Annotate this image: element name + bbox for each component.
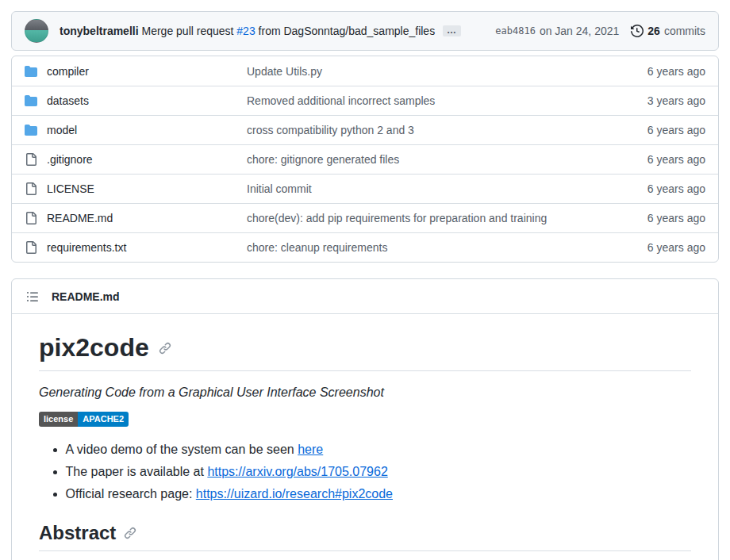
commit-count-label: commits	[664, 25, 705, 37]
file-name-link[interactable]: datasets	[47, 94, 237, 107]
abstract-heading: Abstract	[39, 522, 691, 551]
file-name-link[interactable]: .gitignore	[47, 153, 237, 166]
file-icon	[25, 212, 37, 224]
repo-page: tonybeltramelli Merge pull request #23 f…	[0, 0, 730, 560]
commit-message-prefix: Merge pull request	[141, 25, 233, 37]
row-icon-cell	[25, 124, 37, 136]
file-name-link[interactable]: compiler	[47, 65, 237, 78]
bullet-text: The paper is available at	[66, 465, 208, 478]
commit-date: on Jan 24, 2021	[540, 25, 619, 37]
commit-message-suffix: from DagSonntag/bad_sample_files	[259, 25, 436, 37]
readme-subtitle: Generating Code from a Graphical User In…	[39, 385, 691, 400]
row-icon-cell	[25, 212, 37, 224]
commit-message-link[interactable]: chore(dev): add pip requirements for pre…	[247, 212, 609, 224]
file-age: 6 years ago	[618, 241, 705, 254]
file-icon	[25, 182, 37, 195]
author-avatar[interactable]	[25, 19, 48, 43]
license-badge-value: APACHE2	[78, 412, 129, 427]
table-row: model cross compatibility python 2 and 3…	[12, 115, 718, 144]
folder-icon	[25, 94, 37, 107]
commit-meta: eab4816 on Jan 24, 2021 26 commits	[495, 25, 705, 37]
readme-title-heading: pix2code	[39, 333, 691, 371]
commit-message-link[interactable]: chore: cleanup requirements	[247, 241, 609, 254]
history-clock-icon	[631, 25, 644, 37]
file-name-link[interactable]: README.md	[47, 212, 237, 224]
file-age: 3 years ago	[618, 94, 705, 107]
file-table: compiler Update Utils.py 6 years ago dat…	[11, 56, 719, 263]
anchor-link-icon[interactable]	[159, 342, 171, 355]
file-name-link[interactable]: requirements.txt	[47, 241, 237, 254]
anchor-link-icon[interactable]	[124, 527, 136, 539]
row-icon-cell	[25, 241, 37, 254]
commit-message-link[interactable]: cross compatibility python 2 and 3	[247, 124, 609, 136]
bullet-link[interactable]: https://uizard.io/research#pix2code	[196, 487, 393, 501]
pr-number-link[interactable]: #23	[236, 25, 255, 37]
folder-icon	[25, 65, 37, 78]
abstract-heading-text: Abstract	[39, 522, 116, 544]
commit-message-link[interactable]: chore: gitignore generated files	[247, 153, 609, 166]
license-badge[interactable]: license APACHE2	[39, 412, 129, 427]
commit-message-link[interactable]: Removed additional incorrect samples	[247, 94, 609, 107]
row-icon-cell	[25, 153, 37, 166]
bullet-text: Official research page:	[66, 487, 196, 501]
readme-header: README.md	[12, 279, 718, 314]
table-row: .gitignore chore: gitignore generated fi…	[12, 144, 718, 174]
file-icon	[25, 241, 37, 254]
readme-bullet: The paper is available at https://arxiv.…	[66, 465, 691, 479]
table-row: LICENSE Initial commit 6 years ago	[12, 174, 718, 203]
file-icon	[25, 153, 37, 166]
commit-count: 26	[647, 25, 660, 37]
readme-bullet: Official research page: https://uizard.i…	[66, 487, 691, 501]
readme-filename: README.md	[52, 290, 120, 303]
file-name-link[interactable]: LICENSE	[47, 182, 237, 195]
bullet-link[interactable]: https://arxiv.org/abs/1705.07962	[207, 465, 387, 478]
list-unordered-icon[interactable]	[26, 290, 39, 303]
commit-message-expander-button[interactable]: …	[443, 25, 461, 36]
row-icon-cell	[25, 65, 37, 78]
table-row: README.md chore(dev): add pip requiremen…	[12, 203, 718, 232]
row-icon-cell	[25, 94, 37, 107]
table-row: datasets Removed additional incorrect sa…	[12, 86, 718, 115]
file-age: 6 years ago	[618, 212, 705, 224]
file-age: 6 years ago	[618, 182, 705, 195]
bullet-link[interactable]: here	[298, 443, 323, 456]
row-icon-cell	[25, 182, 37, 195]
file-name-link[interactable]: model	[47, 124, 237, 136]
commit-summary: tonybeltramelli Merge pull request #23 f…	[60, 25, 486, 37]
commit-history-link[interactable]: 26 commits	[631, 25, 705, 37]
readme-panel: README.md pix2code Generating Code from …	[11, 278, 719, 560]
author-link[interactable]: tonybeltramelli	[60, 25, 139, 37]
folder-icon	[25, 124, 37, 136]
license-badge-label: license	[39, 412, 78, 427]
commit-sha-link[interactable]: eab4816	[495, 25, 536, 36]
file-age: 6 years ago	[618, 65, 705, 78]
file-age: 6 years ago	[618, 124, 705, 136]
readme-bullet-list: A video demo of the system can be seen h…	[39, 443, 691, 501]
latest-commit-bar: tonybeltramelli Merge pull request #23 f…	[11, 11, 719, 51]
commit-message-link[interactable]: Initial commit	[247, 182, 609, 195]
readme-title-text: pix2code	[39, 333, 149, 362]
readme-bullet: A video demo of the system can be seen h…	[66, 443, 691, 457]
readme-body: pix2code Generating Code from a Graphica…	[12, 314, 718, 560]
commit-message-link[interactable]: Update Utils.py	[247, 65, 609, 78]
table-row: compiler Update Utils.py 6 years ago	[12, 56, 718, 86]
table-row: requirements.txt chore: cleanup requirem…	[12, 232, 718, 262]
file-age: 6 years ago	[618, 153, 705, 166]
bullet-text: A video demo of the system can be seen	[66, 443, 298, 456]
